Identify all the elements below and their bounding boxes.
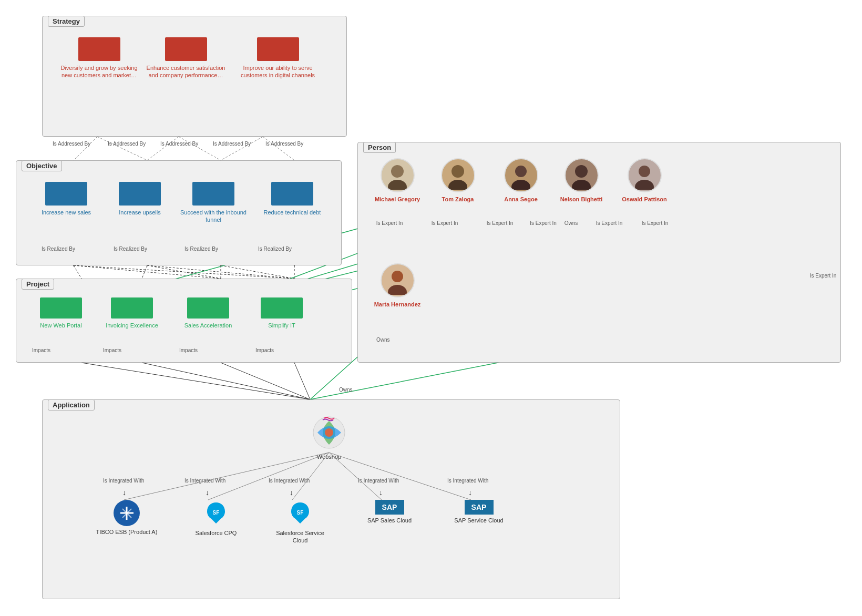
- svg-text:SF: SF: [297, 510, 304, 516]
- objective-text-1: Increase new sales: [29, 209, 103, 216]
- objective-item-1[interactable]: Increase new sales: [29, 182, 103, 216]
- expert-labels-row: Is Expert In Is Expert In Is Expert In I…: [368, 220, 673, 226]
- strategy-text-2: Enhance customer satisfaction and compan…: [145, 64, 227, 79]
- person-michael-gregory[interactable]: Michael Gregory: [368, 158, 426, 203]
- person-name-tom: Tom Zaloga: [429, 196, 487, 203]
- project-invoicing-excellence[interactable]: Invoicing Excellence: [98, 297, 166, 329]
- person-name-michael: Michael Gregory: [368, 196, 426, 203]
- project-section: Project New Web Portal Invoicing Excelle…: [16, 279, 352, 363]
- objective-item-4[interactable]: Reduce technical debt: [255, 182, 329, 216]
- arrow-down-1: ↓: [122, 488, 126, 497]
- project-icon-4: [261, 297, 303, 319]
- svg-line-14: [147, 265, 294, 279]
- realized-1: Is Realized By: [42, 246, 75, 252]
- svg-line-11: [147, 265, 221, 279]
- avatar-nelson: [565, 158, 599, 192]
- strategy-item-1[interactable]: Diversify and grow by seeking new custom…: [58, 37, 140, 79]
- app-sap-service[interactable]: SAP SAP Service Cloud: [447, 500, 510, 524]
- person-tom-zaloga[interactable]: Tom Zaloga: [429, 158, 487, 203]
- app-tibco[interactable]: TIBCO ESB (Product A): [95, 500, 158, 536]
- project-text-2: Invoicing Excellence: [98, 322, 166, 329]
- connector-addressed-4: Is Addressed By: [213, 141, 251, 147]
- svg-point-42: [572, 180, 591, 190]
- svg-line-15: [81, 363, 310, 399]
- app-name-tibco: TIBCO ESB (Product A): [95, 528, 158, 536]
- objective-item-2[interactable]: Increase upsells: [103, 182, 177, 216]
- owns-label-marta: Owns: [376, 337, 390, 343]
- project-new-web-portal[interactable]: New Web Portal: [27, 297, 95, 329]
- svg-point-44: [635, 180, 654, 190]
- project-simplify-it[interactable]: Simplify IT: [248, 297, 316, 329]
- sap-service-icon: SAP: [465, 500, 494, 515]
- project-icon-2: [111, 297, 153, 319]
- person-oswald-pattison[interactable]: Oswald Pattison: [615, 158, 673, 203]
- project-text-3: Sales Acceleration: [174, 322, 242, 329]
- person-section: Person Michael Gregory Tom Zaloga Anna S…: [357, 142, 841, 363]
- owns-label-1: Owns: [559, 220, 583, 226]
- avatar-marta: [381, 263, 415, 297]
- project-icon-3: [187, 297, 229, 319]
- objective-item-3[interactable]: Succeed with the inbound funnel: [177, 182, 250, 224]
- strategy-icon-1: [78, 37, 120, 61]
- expert-label-5: Is Expert In: [588, 220, 630, 226]
- sap-sales-icon: SAP: [375, 500, 404, 515]
- app-salesforce-service[interactable]: SF Salesforce Service Cloud: [269, 500, 332, 545]
- expert-label-3: Is Expert In: [479, 220, 521, 226]
- svg-point-40: [511, 180, 530, 190]
- connector-addressed-3: Is Addressed By: [160, 141, 198, 147]
- project-text-4: Simplify IT: [248, 322, 316, 329]
- svg-line-0: [74, 137, 97, 160]
- strategy-icon-2: [165, 37, 207, 61]
- strategy-item-2[interactable]: Enhance customer satisfaction and compan…: [145, 37, 227, 79]
- application-label: Application: [48, 399, 95, 410]
- svg-point-43: [639, 166, 650, 177]
- svg-line-2: [147, 137, 179, 160]
- app-webshop[interactable]: Webshop: [295, 416, 363, 460]
- svg-point-48: [325, 428, 333, 437]
- person-marta-hernandez[interactable]: Marta Hernandez: [368, 263, 426, 308]
- person-name-oswald: Oswald Pattison: [615, 196, 673, 203]
- arrow-down-2: ↓: [206, 488, 209, 497]
- strategy-label: Strategy: [48, 16, 85, 27]
- svg-point-35: [391, 165, 404, 178]
- realized-2: Is Realized By: [114, 246, 147, 252]
- strategy-item-3[interactable]: Improve our ability to serve customers i…: [237, 37, 319, 79]
- svg-line-5: [263, 137, 294, 160]
- svg-line-16: [142, 363, 310, 399]
- objective-icon-1: [45, 182, 87, 206]
- svg-line-13: [74, 265, 294, 279]
- objective-icon-3: [192, 182, 234, 206]
- svg-line-18: [294, 363, 310, 399]
- strategy-text-3: Improve our ability to serve customers i…: [237, 64, 319, 79]
- app-sap-sales[interactable]: SAP SAP Sales Cloud: [358, 500, 421, 524]
- connector-addressed-5: Is Addressed By: [265, 141, 303, 147]
- integrated-3: Is Integrated With: [269, 478, 310, 484]
- arrow-down-3: ↓: [290, 488, 293, 497]
- expert-label-4: Is Expert In: [526, 220, 560, 226]
- svg-point-39: [515, 166, 527, 177]
- svg-point-46: [388, 285, 407, 295]
- impacts-2: Impacts: [103, 347, 121, 353]
- avatar-oswald: [628, 158, 662, 192]
- svg-line-6: [74, 265, 81, 279]
- app-name-salesforce-service: Salesforce Service Cloud: [269, 529, 332, 545]
- avatar-tom: [441, 158, 475, 192]
- objective-label: Objective: [22, 160, 62, 171]
- objective-text-2: Increase upsells: [103, 209, 177, 216]
- person-name-marta: Marta Hernandez: [368, 301, 426, 308]
- salesforce-cpq-icon: SF: [203, 500, 229, 526]
- impacts-1: Impacts: [32, 347, 50, 353]
- avatar-anna: [504, 158, 538, 192]
- person-nelson-bighetti[interactable]: Nelson Bighetti: [552, 158, 610, 203]
- integrated-1: Is Integrated With: [103, 478, 144, 484]
- svg-point-36: [388, 180, 407, 190]
- project-sales-acceleration[interactable]: Sales Acceleration: [174, 297, 242, 329]
- app-name-salesforce-cpq: Salesforce CPQ: [184, 529, 248, 537]
- project-icon-1: [40, 297, 82, 319]
- objective-icon-4: [271, 182, 313, 206]
- app-salesforce-cpq[interactable]: SF Salesforce CPQ: [184, 500, 248, 537]
- main-canvas: Strategy Diversify and grow by seeking n…: [0, 0, 862, 616]
- integrated-4: Is Integrated With: [358, 478, 399, 484]
- person-anna-segoe[interactable]: Anna Segoe: [492, 158, 550, 203]
- impacts-4: Impacts: [255, 347, 274, 353]
